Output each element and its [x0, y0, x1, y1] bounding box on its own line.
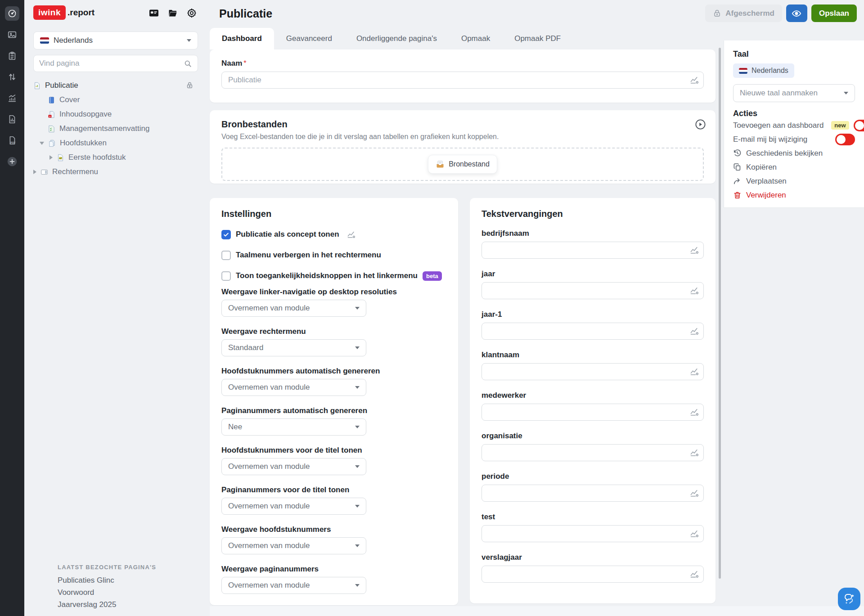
- tekstvervanging-input-periode[interactable]: [482, 485, 704, 502]
- field-label: organisatie: [482, 432, 704, 441]
- naam-input[interactable]: [221, 72, 704, 89]
- insert-variable-icon[interactable]: [690, 76, 699, 85]
- tekstvervanging-input-test[interactable]: [482, 525, 704, 542]
- save-button[interactable]: Opslaan: [811, 4, 857, 22]
- select-hoofdstuknummers-genereren[interactable]: Overnemen van module: [221, 379, 366, 396]
- tree-item-hoofdstukken[interactable]: Hoofdstukken: [33, 136, 198, 150]
- search-icon[interactable]: [184, 59, 192, 68]
- tekstvervanging-input-bedrijfsnaam[interactable]: [482, 242, 704, 259]
- select-group: Paginanummers automatisch genereren Nee: [221, 406, 446, 436]
- tree-item-publicatie[interactable]: Publicatie: [33, 78, 198, 93]
- chevron-down-icon: [355, 584, 360, 587]
- new-language-select[interactable]: Nieuwe taal aanmaken: [733, 84, 855, 102]
- dashboard-icon[interactable]: [5, 6, 19, 21]
- checkbox-toegankelijkheidsknoppen[interactable]: Toon toegankelijkheidsknoppen in het lin…: [221, 270, 446, 281]
- insert-variable-icon[interactable]: [690, 489, 699, 498]
- field-label: jaar-1: [482, 310, 704, 319]
- checkbox-unchecked-icon[interactable]: [221, 271, 231, 281]
- chat-button[interactable]: [838, 588, 860, 610]
- insert-variable-icon[interactable]: [690, 367, 699, 376]
- select-label: Weergave linker-navigatie op desktop res…: [221, 288, 446, 297]
- action-geschiedenis-bekijken[interactable]: Geschiedenis bekijken: [733, 146, 855, 160]
- select-weergave-rechtermenu[interactable]: Standaard: [221, 339, 366, 356]
- transfer-icon[interactable]: [5, 70, 19, 84]
- analytics-icon[interactable]: [5, 91, 19, 105]
- select-paginanummers-genereren[interactable]: Nee: [221, 418, 366, 436]
- tab-opmaak[interactable]: Opmaak: [449, 28, 502, 49]
- dashboard-toggle[interactable]: [854, 120, 864, 131]
- insert-variable-icon[interactable]: [690, 286, 699, 295]
- afgeschermd-label: Afgeschermd: [725, 9, 774, 18]
- tree-item-eerste-hoofdstuk[interactable]: Eerste hoofdstuk: [33, 150, 198, 165]
- svg-text:PDF: PDF: [10, 141, 16, 144]
- search-input[interactable]: [39, 59, 184, 68]
- left-panel: Nederlands Publicatie Cover Inhoudsopgav…: [24, 0, 212, 616]
- select-group: Weergave hoofdstuknummers Overnemen van …: [221, 525, 446, 554]
- field-label: medewerker: [482, 391, 704, 400]
- page-tree: Publicatie Cover Inhoudsopgave Managemen…: [33, 78, 198, 179]
- current-language-chip[interactable]: Nederlands: [733, 63, 794, 78]
- checkbox-unchecked-icon[interactable]: [221, 251, 231, 260]
- select-paginanummers-titel[interactable]: Overnemen van module: [221, 498, 366, 515]
- tekstvervanging-input-klantnaam[interactable]: [482, 363, 704, 380]
- checkbox-taalmenu-verbergen[interactable]: Taalmenu verbergen in het rechtermenu: [221, 250, 446, 261]
- vertical-scrollbar[interactable]: [719, 48, 721, 579]
- tekstvervanging-input-organisatie[interactable]: [482, 444, 704, 461]
- insert-variable-icon[interactable]: [690, 408, 699, 417]
- tab-onderliggende-paginas[interactable]: Onderliggende pagina's: [344, 28, 449, 49]
- action-verplaatsen[interactable]: Verplaatsen: [733, 174, 855, 188]
- email-toggle[interactable]: [835, 134, 855, 145]
- tab-dashboard[interactable]: Dashboard: [210, 28, 274, 49]
- insert-variable-icon[interactable]: [690, 570, 699, 579]
- expander-closed-icon[interactable]: [50, 155, 53, 160]
- tekstvervanging-input-verslagjaar[interactable]: [482, 566, 704, 583]
- tree-item-inhoudsopgave[interactable]: Inhoudsopgave: [33, 107, 198, 121]
- afgeschermd-button[interactable]: Afgeschermd: [705, 4, 782, 22]
- preview-button[interactable]: [786, 4, 807, 22]
- expander-closed-icon[interactable]: [33, 170, 36, 174]
- tab-geavanceerd[interactable]: Geavanceerd: [274, 28, 344, 49]
- select-weergave-linker-navigatie[interactable]: Overnemen van module: [221, 300, 366, 317]
- language-selector[interactable]: Nederlands: [33, 31, 198, 49]
- action-label: Geschiedenis bekijken: [746, 149, 823, 158]
- clipboard-icon[interactable]: [5, 49, 19, 63]
- insert-variable-icon[interactable]: [690, 448, 699, 457]
- pdf-file-icon[interactable]: PDF: [5, 133, 19, 148]
- insert-variable-icon[interactable]: [690, 327, 699, 336]
- tree-item-rechtermenu[interactable]: Rechtermenu: [33, 165, 198, 179]
- action-kopieren[interactable]: Kopiëren: [733, 160, 855, 174]
- insert-variable-icon[interactable]: [347, 230, 356, 239]
- select-weergave-paginanummers[interactable]: Overnemen van module: [221, 577, 366, 594]
- play-help-icon[interactable]: [694, 118, 706, 130]
- nl-flag-icon: [40, 37, 49, 44]
- expander-open-icon[interactable]: [40, 142, 44, 145]
- tree-item-managementsamenvatting[interactable]: Managementsamenvatting: [33, 121, 198, 136]
- tree-item-cover[interactable]: Cover: [33, 93, 198, 107]
- recent-page-link[interactable]: Jaarverslag 2025: [58, 598, 156, 611]
- action-label: Toevoegen aan dashboard: [733, 121, 824, 130]
- tab-opmaak-pdf[interactable]: Opmaak PDF: [502, 28, 573, 49]
- report-document-icon[interactable]: [5, 112, 19, 126]
- insert-variable-icon[interactable]: [690, 246, 699, 255]
- media-icon[interactable]: [5, 27, 19, 42]
- select-value: Overnemen van module: [228, 462, 310, 471]
- checkbox-checked-icon[interactable]: [221, 230, 231, 239]
- tekstvervanging-input-jaar-1[interactable]: [482, 323, 704, 340]
- tekstvervanging-field: verslagjaar: [482, 553, 704, 583]
- select-hoofdstuknummers-titel[interactable]: Overnemen van module: [221, 458, 366, 475]
- field-label: test: [482, 513, 704, 522]
- action-verwijderen[interactable]: Verwijderen: [733, 188, 855, 202]
- add-page-icon[interactable]: [5, 154, 19, 169]
- checkbox-publicatie-als-concept[interactable]: Publicatie als concept tonen: [221, 229, 446, 240]
- recent-page-link[interactable]: Voorwoord: [58, 586, 156, 598]
- action-toevoegen-aan-dashboard: Toevoegen aan dashboard new: [733, 118, 855, 132]
- select-weergave-hoofdstuknummers[interactable]: Overnemen van module: [221, 537, 366, 554]
- history-icon: [733, 149, 742, 157]
- bronbestand-dropzone[interactable]: Bronbestand: [221, 148, 704, 181]
- tekstvervanging-input-jaar[interactable]: [482, 282, 704, 299]
- bronbestand-button[interactable]: Bronbestand: [428, 155, 497, 174]
- tekstvervanging-input-medewerker[interactable]: [482, 404, 704, 421]
- recent-page-link[interactable]: Publicaties Glinc: [58, 574, 156, 586]
- checkbox-label: Publicatie als concept tonen: [236, 230, 339, 239]
- insert-variable-icon[interactable]: [690, 529, 699, 538]
